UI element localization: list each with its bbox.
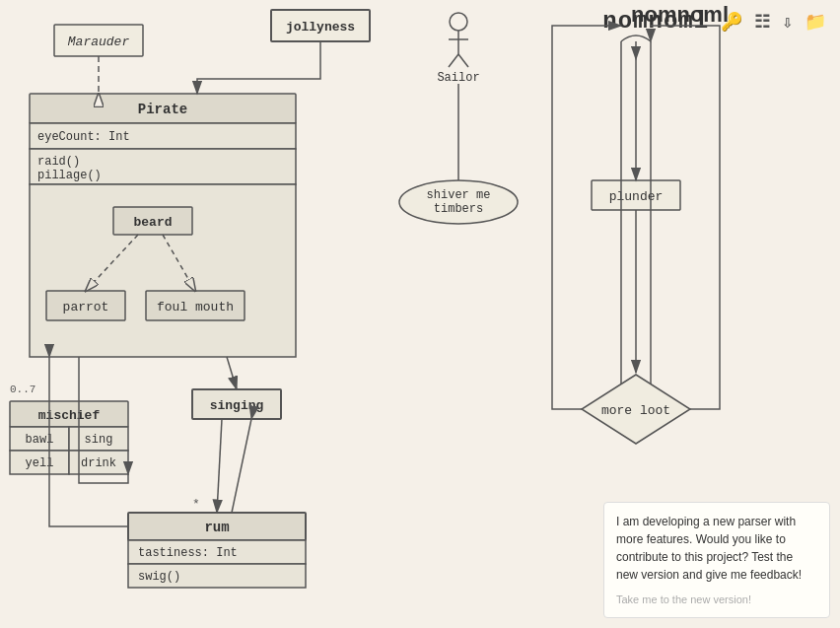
pirate-eyecount: eyeCount: Int (37, 130, 130, 144)
moreloot-label: more loot (601, 403, 670, 418)
mischief-multiplicity: 0..7 (10, 384, 35, 395)
singing-rum-edge (217, 419, 222, 513)
beard-label: beard (133, 215, 172, 230)
pirate-pillage: pillage() (37, 169, 102, 182)
pirate-label: Pirate (138, 102, 187, 117)
rum-label: rum (204, 520, 229, 535)
sailor-head (450, 13, 467, 31)
pirate-singing-edge (227, 357, 237, 389)
mischief-sing: sing (85, 433, 113, 447)
tooltip-box: I am developing a new parser with more f… (603, 502, 830, 619)
singing-label: singing (210, 398, 264, 413)
moreloot-right-loop (651, 26, 720, 409)
shiver-line1: shiver me (427, 188, 491, 202)
tooltip-link[interactable]: Take me to the new version! (616, 592, 817, 608)
loop-top-arc (621, 35, 651, 41)
jollyness-label: jollyness (286, 20, 355, 35)
nomnoml-title: nomnoml (631, 2, 729, 27)
jollyness-pirate-edge (197, 41, 320, 94)
plunder-label: plunder (609, 189, 664, 204)
sailor-leg-left (449, 54, 458, 67)
rum-star-label: * (192, 497, 200, 512)
rum-tastiness: tastiness: Int (138, 546, 238, 560)
sailor-label: Sailor (437, 71, 479, 85)
pirate-raid: raid() (37, 155, 80, 169)
marauder-label: Marauder (68, 35, 130, 49)
sailor-leg-right (458, 54, 468, 67)
mischief-drink: drink (81, 456, 116, 470)
moreloot-loop-edge (552, 26, 621, 409)
shiver-line2: timbers (434, 202, 483, 216)
foul-mouth-label: foul mouth (157, 300, 234, 314)
rum-singing-edge (232, 419, 251, 513)
tooltip-text: I am developing a new parser with more f… (616, 515, 802, 582)
rum-swig: swig() (138, 570, 180, 584)
mischief-label: mischief (38, 408, 101, 423)
parrot-label: parrot (63, 300, 109, 314)
